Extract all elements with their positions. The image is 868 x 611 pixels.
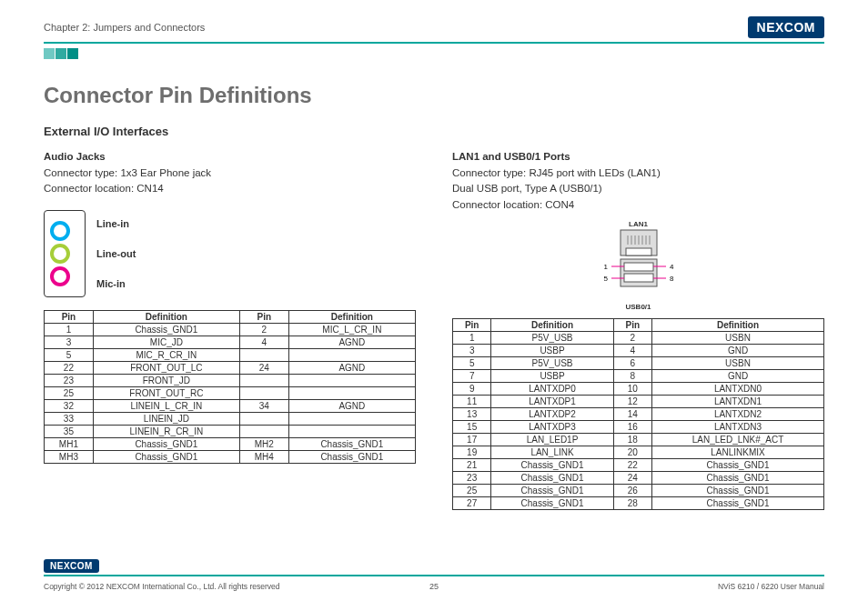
lan1-label: LAN1 [452,220,824,228]
lanusb-line1: Connector type: RJ45 port with LEDs (LAN… [452,165,824,181]
audio-connector-location: Connector location: CN14 [44,181,416,196]
footer-logo: NEXCOM [44,559,99,573]
table-row: 15LANTXDP316LANTXDN3 [453,420,824,433]
line-out-jack-icon [50,244,70,264]
table-row: 5P5V_USB6USBN [453,356,824,369]
brand-logo: NEXCOM [748,16,824,38]
table-row: 27Chassis_GND128Chassis_GND1 [453,496,824,509]
audio-column: Audio Jacks Connector type: 1x3 Ear Phon… [44,151,416,510]
mic-in-label: Mic-in [96,278,126,289]
th-pin: Pin [45,310,94,323]
svg-text:4: 4 [670,263,674,271]
table-row: 11LANTXDP112LANTXDN1 [453,395,824,407]
table-row: 1Chassis_GND12MIC_L_CR_IN [45,323,416,336]
table-row: MH3Chassis_GND1MH4Chassis_GND1 [45,450,416,463]
svg-rect-1 [626,248,651,255]
footer-manual: NViS 6210 / 6220 User Manual [718,582,824,591]
table-row: 23Chassis_GND124Chassis_GND1 [453,471,824,484]
th-def: Definition [93,310,239,323]
audio-pin-table: Pin Definition Pin Definition 1Chassis_G… [44,310,416,464]
line-in-label: Line-in [96,218,129,229]
usb01-label: USB0/1 [452,303,824,311]
table-row: 22FRONT_OUT_LC24AGND [45,361,416,374]
decorative-squares [44,46,824,63]
audio-connector-type: Connector type: 1x3 Ear Phone jack [44,165,416,181]
table-row: 17LAN_LED1P18LAN_LED_LNK#_ACT [453,433,824,446]
lanusb-heading: LAN1 and USB0/1 Ports [452,151,824,162]
table-row: 32LINEIN_L_CR_IN34AGND [45,399,416,412]
svg-text:8: 8 [670,275,674,283]
th-pin: Pin [613,318,651,331]
line-in-jack-icon [50,221,70,241]
line-out-label: Line-out [96,248,136,259]
audio-jacks-diagram [44,210,86,297]
table-row: MH1Chassis_GND1MH2Chassis_GND1 [45,437,416,450]
lanusb-pin-table: Pin Definition Pin Definition 1P5V_USB2U… [452,318,824,510]
table-row: 25FRONT_OUT_RC [45,386,416,399]
lanusb-column: LAN1 and USB0/1 Ports Connector type: RJ… [452,151,824,510]
th-def: Definition [288,310,415,323]
table-row: 5MIC_R_CR_IN [45,348,416,361]
th-def: Definition [491,318,613,331]
lanusb-diagram: LAN1 [452,220,824,311]
table-row: 19LAN_LINK20LANLINKMIX [453,446,824,458]
audio-heading: Audio Jacks [44,151,416,162]
lanusb-line2: Dual USB port, Type A (USB0/1) [452,181,824,196]
chapter-label: Chapter 2: Jumpers and Connectors [44,22,205,33]
header-rule [44,42,824,44]
th-pin: Pin [239,310,288,323]
table-row: 21Chassis_GND122Chassis_GND1 [453,458,824,471]
subsection-heading: External I/O Interfaces [44,125,824,138]
table-row: 35LINEIN_R_CR_IN [45,425,416,437]
table-row: 13LANTXDP214LANTXDN2 [453,407,824,420]
table-row: 9LANTXDP010LANTXDN0 [453,382,824,395]
svg-rect-11 [624,274,653,282]
svg-text:5: 5 [603,275,608,283]
th-def: Definition [652,318,824,331]
lanusb-line3: Connector location: CON4 [452,197,824,213]
table-row: 3MIC_JD4AGND [45,336,416,348]
footer-rule [44,575,824,576]
svg-rect-10 [624,263,653,271]
table-row: 7USBP8GND [453,369,824,382]
footer-copyright: Copyright © 2012 NEXCOM International Co… [44,582,280,591]
table-row: 1P5V_USB2USBN [453,331,824,344]
th-pin: Pin [453,318,491,331]
page-title: Connector Pin Definitions [44,83,824,108]
table-row: 3USBP4GND [453,344,824,356]
mic-in-jack-icon [50,266,70,286]
table-row: 33LINEIN_JD [45,412,416,425]
table-row: 25Chassis_GND126Chassis_GND1 [453,484,824,496]
table-row: 23FRONT_JD [45,374,416,386]
svg-text:1: 1 [603,263,608,271]
